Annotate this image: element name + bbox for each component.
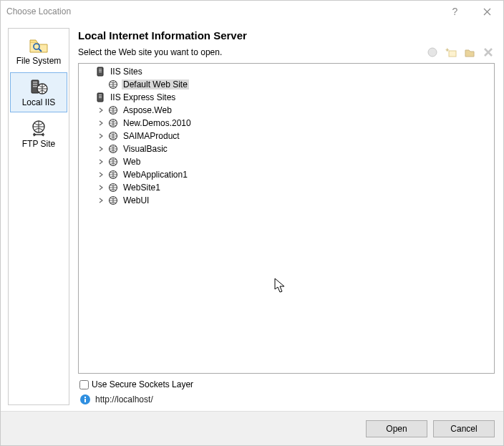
ssl-checkbox-row[interactable]: Use Secure Sockets Layer <box>79 379 495 389</box>
globe-icon <box>107 117 119 129</box>
titlebar: Choose Location ? <box>1 1 503 22</box>
globe-icon <box>107 156 119 168</box>
url-row: http://localhost/ <box>79 394 495 405</box>
expand-chevron-icon[interactable] <box>96 157 106 167</box>
server-globe-icon <box>27 77 50 96</box>
svg-rect-13 <box>99 70 102 71</box>
globe-icon <box>107 182 119 193</box>
tree-node-label: WebApplication1 <box>122 170 189 180</box>
expand-chevron-icon[interactable] <box>96 183 106 193</box>
svg-rect-30 <box>84 397 86 398</box>
tree-node-label: IIS Express Sites <box>109 92 177 102</box>
sidebar-item-label: FTP Site <box>22 139 55 149</box>
delete-icon[interactable] <box>482 46 495 59</box>
close-button[interactable] <box>471 1 503 22</box>
window-title: Choose Location <box>6 6 71 16</box>
tree-node-site[interactable]: Web <box>79 155 494 168</box>
sidebar-item-label: Local IIS <box>22 97 56 107</box>
svg-rect-14 <box>99 72 102 72</box>
sidebar-item-local-iis[interactable]: Local IIS <box>10 72 67 112</box>
tree-node-label: Aspose.Web <box>122 105 173 115</box>
tree-node-site[interactable]: WebUI <box>79 194 494 207</box>
page-subtitle: Select the Web site you want to open. <box>78 47 222 57</box>
svg-rect-29 <box>84 399 86 402</box>
expand-chevron-icon[interactable] <box>96 144 106 154</box>
globe-icon <box>107 130 119 142</box>
open-button[interactable]: Open <box>366 420 427 437</box>
tree-node-iis-sites[interactable]: IIS Sites <box>79 65 494 78</box>
svg-point-8 <box>428 48 437 57</box>
tree-node-site[interactable]: Default Web Site <box>79 78 494 91</box>
ssl-checkbox[interactable] <box>79 380 89 389</box>
svg-rect-17 <box>99 94 102 95</box>
svg-rect-18 <box>99 96 102 97</box>
new-virtual-dir-icon[interactable]: ✦ <box>445 46 457 59</box>
tree-node-site[interactable]: SAIMAProduct <box>79 130 494 142</box>
tree-node-label: IIS Sites <box>109 67 144 77</box>
ftp-globe-icon <box>27 119 50 137</box>
tree-node-label: WebUI <box>122 195 150 205</box>
location-sidebar: File System Local IIS <box>8 28 69 405</box>
dialog-footer: Open Cancel <box>1 411 503 445</box>
folder-search-icon <box>27 36 50 54</box>
tree-node-site[interactable]: Aspose.Web <box>79 104 494 117</box>
tree-node-label: New.Demos.2010 <box>122 118 193 128</box>
site-tree[interactable]: IIS SitesDefault Web SiteIIS Express Sit… <box>78 63 495 374</box>
svg-rect-5 <box>33 86 37 87</box>
svg-rect-3 <box>33 82 37 83</box>
expand-chevron-icon[interactable] <box>96 170 106 180</box>
globe-icon <box>107 143 119 155</box>
expand-chevron-icon[interactable] <box>96 195 106 205</box>
open-folder-icon[interactable] <box>463 46 476 59</box>
globe-icon <box>107 79 119 90</box>
globe-icon <box>107 195 119 206</box>
svg-rect-4 <box>33 84 37 85</box>
sidebar-item-ftp-site[interactable]: FTP Site <box>10 114 67 154</box>
cancel-button[interactable]: Cancel <box>433 420 495 437</box>
expand-chevron-icon[interactable] <box>96 118 106 128</box>
tree-node-label: Web <box>122 157 142 167</box>
svg-rect-12 <box>99 69 102 69</box>
server-icon <box>94 66 106 77</box>
tree-node-site[interactable]: WebSite1 <box>79 181 494 194</box>
tree-node-site[interactable]: VisualBasic <box>79 142 494 155</box>
svg-rect-10 <box>449 51 456 57</box>
new-application-icon[interactable] <box>426 46 439 59</box>
choose-location-dialog: Choose Location ? <box>0 0 504 446</box>
svg-rect-19 <box>99 97 102 98</box>
tree-node-label: VisualBasic <box>122 144 169 154</box>
sidebar-item-label: File System <box>16 56 62 66</box>
globe-icon <box>107 169 119 180</box>
tree-node-site[interactable]: New.Demos.2010 <box>79 117 494 130</box>
globe-icon <box>107 105 119 116</box>
help-button[interactable]: ? <box>439 1 471 22</box>
tree-node-iis-express-sites[interactable]: IIS Express Sites <box>79 91 494 104</box>
page-title: Local Internet Information Server <box>78 29 495 42</box>
tree-node-label: Default Web Site <box>122 79 189 89</box>
url-text: http://localhost/ <box>95 394 153 404</box>
tree-node-label: WebSite1 <box>122 183 162 193</box>
info-icon <box>79 394 91 405</box>
expand-chevron-icon[interactable] <box>96 131 106 141</box>
ssl-checkbox-label: Use Secure Sockets Layer <box>92 379 193 389</box>
tree-node-site[interactable]: WebApplication1 <box>79 168 494 181</box>
content-pane: Local Internet Information Server Select… <box>72 22 503 411</box>
sidebar-item-file-system[interactable]: File System <box>10 31 67 71</box>
server-icon <box>94 92 106 103</box>
toolbar: ✦ <box>426 46 495 59</box>
tree-node-label: SAIMAProduct <box>122 131 181 141</box>
expand-chevron-icon[interactable] <box>96 105 106 115</box>
